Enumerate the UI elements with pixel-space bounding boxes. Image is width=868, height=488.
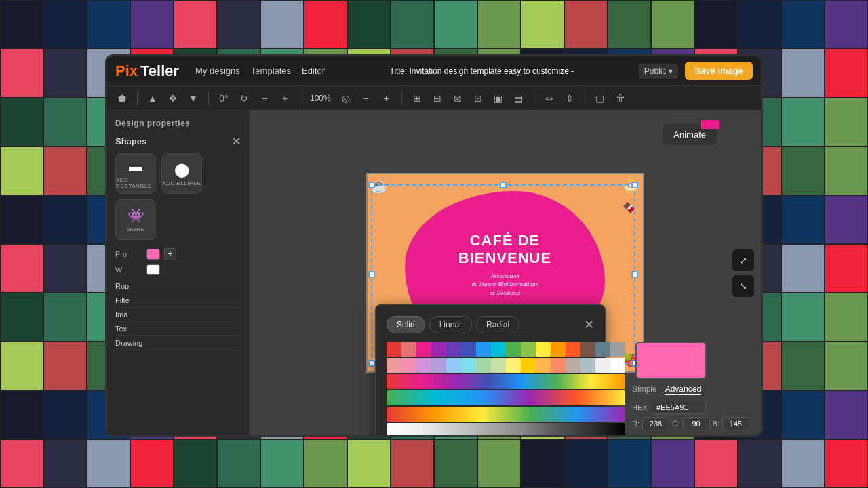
stroke-color-swatch[interactable]: [146, 264, 160, 275]
top-nav: Pix Teller My designs Templates Editor T…: [107, 56, 761, 86]
hex-input[interactable]: [652, 401, 706, 414]
swatch[interactable]: [580, 358, 595, 373]
align-center-h-icon[interactable]: ⊟: [429, 90, 446, 106]
tab-radial[interactable]: Radial: [476, 316, 519, 333]
toolbar-separator-1: [137, 92, 138, 105]
swatch[interactable]: [387, 342, 401, 357]
align-top-icon[interactable]: ⊡: [470, 90, 486, 106]
swatch[interactable]: [521, 342, 536, 357]
minus2-icon[interactable]: −: [358, 90, 374, 106]
plus2-icon[interactable]: +: [378, 90, 395, 106]
text-row: Tex: [115, 322, 241, 336]
image-label: Ima: [115, 310, 127, 319]
minus-icon[interactable]: −: [256, 90, 273, 106]
distribute-icon[interactable]: ▤: [511, 90, 527, 106]
add-ellipse-button[interactable]: ⬤ ADD ELLIPSE: [161, 153, 202, 194]
visibility-dropdown[interactable]: Public ▾: [639, 64, 679, 79]
align-center-v-icon[interactable]: ▣: [490, 90, 507, 106]
swatch[interactable]: [610, 342, 625, 357]
move-down-icon[interactable]: ▼: [185, 90, 201, 106]
animate-button[interactable]: Animate: [663, 124, 717, 145]
nav-editor[interactable]: Editor: [302, 66, 325, 76]
tab-simple[interactable]: Simple: [632, 384, 657, 395]
swatch[interactable]: [595, 342, 610, 357]
rotate-icon[interactable]: 0°: [216, 90, 232, 106]
tab-solid[interactable]: Solid: [387, 316, 425, 333]
shapes-close-button[interactable]: ✕: [232, 135, 241, 148]
opacity-icon[interactable]: ◎: [338, 90, 354, 106]
swatch[interactable]: [506, 342, 521, 357]
gradient-swatch-4[interactable]: [387, 423, 625, 435]
swatch[interactable]: [536, 342, 551, 357]
handle-top-middle[interactable]: [500, 182, 507, 188]
resize-collapse-button[interactable]: ⤡: [732, 275, 754, 297]
align-right-icon[interactable]: ⊠: [450, 90, 466, 106]
more-label: MORE: [127, 226, 144, 232]
group-icon[interactable]: ▢: [592, 90, 608, 106]
tab-advanced[interactable]: Advanced: [665, 384, 701, 395]
title-label: Title:: [390, 66, 408, 76]
add-more-button[interactable]: 👾 MORE: [115, 199, 156, 240]
gradient-swatch-2[interactable]: [387, 390, 625, 405]
rotate-cw-icon[interactable]: ↻: [236, 90, 252, 106]
move-up-icon[interactable]: ▲: [144, 90, 161, 106]
swatch[interactable]: [551, 342, 566, 357]
swatch[interactable]: [431, 358, 446, 373]
swatch[interactable]: [566, 342, 580, 357]
swatch[interactable]: [446, 358, 461, 373]
flip-h-icon[interactable]: ⇔: [541, 90, 557, 106]
swatch[interactable]: [461, 358, 476, 373]
picker-layout: Simple Advanced HEX R:: [387, 342, 594, 435]
popup-close-button[interactable]: ✕: [584, 317, 594, 332]
canvas-area[interactable]: ☕ 🎂 🍰 🍓 🍫 🥄 CAFÉ DE BIENVENUE Associatio…: [250, 110, 761, 435]
add-fill-button[interactable]: +: [164, 248, 176, 260]
swatch[interactable]: [521, 358, 536, 373]
swatch[interactable]: [476, 358, 491, 373]
app-container: Pix Teller My designs Templates Editor T…: [107, 56, 761, 435]
layers-icon[interactable]: ⬟: [114, 90, 130, 106]
animate-area: Animate: [669, 117, 724, 138]
swatch[interactable]: [506, 358, 521, 373]
swatch[interactable]: [610, 358, 625, 373]
resize-expand-button[interactable]: ⤢: [732, 249, 754, 271]
plus-icon[interactable]: +: [277, 90, 293, 106]
swatch[interactable]: [551, 358, 566, 373]
tab-linear[interactable]: Linear: [429, 316, 472, 333]
fill-color-swatch[interactable]: [146, 249, 160, 260]
swatch[interactable]: [580, 342, 595, 357]
gradient-swatch-3[interactable]: [387, 407, 625, 422]
handle-middle-right[interactable]: [631, 271, 638, 278]
add-rectangle-button[interactable]: ▬ ADD RECTANGLE: [115, 153, 156, 194]
g-input[interactable]: [683, 417, 710, 430]
swatch[interactable]: [416, 342, 431, 357]
color-preview-large[interactable]: [635, 342, 707, 379]
swatch[interactable]: [595, 358, 610, 373]
swatch[interactable]: [416, 358, 431, 373]
swatch[interactable]: [401, 358, 416, 373]
r-input[interactable]: [642, 417, 669, 430]
rectangle-label: ADD RECTANGLE: [116, 177, 155, 189]
flip-v-icon[interactable]: ⇕: [561, 90, 578, 106]
swatch[interactable]: [491, 342, 506, 357]
move-icon[interactable]: ✥: [165, 90, 181, 106]
swatch[interactable]: [401, 342, 416, 357]
swatch[interactable]: [446, 342, 461, 357]
swatch[interactable]: [461, 342, 476, 357]
swatch[interactable]: [476, 342, 491, 357]
delete-icon[interactable]: 🗑: [612, 90, 629, 106]
save-button[interactable]: Save image: [685, 62, 753, 80]
swatch[interactable]: [536, 358, 551, 373]
filter-label: Filte: [115, 296, 130, 304]
swatch[interactable]: [431, 342, 446, 357]
nav-my-designs[interactable]: My designs: [195, 66, 240, 76]
swatch[interactable]: [566, 358, 580, 373]
b-input[interactable]: [722, 417, 749, 430]
handle-middle-left[interactable]: [368, 271, 375, 278]
align-left-icon[interactable]: ⊞: [409, 90, 425, 106]
nav-templates[interactable]: Templates: [251, 66, 291, 76]
swatch[interactable]: [387, 358, 401, 373]
swatch[interactable]: [491, 358, 506, 373]
gradient-swatch-1[interactable]: [387, 374, 625, 389]
toolbar-separator-4: [401, 92, 402, 105]
nav-right: Public ▾ Save image: [639, 62, 753, 80]
